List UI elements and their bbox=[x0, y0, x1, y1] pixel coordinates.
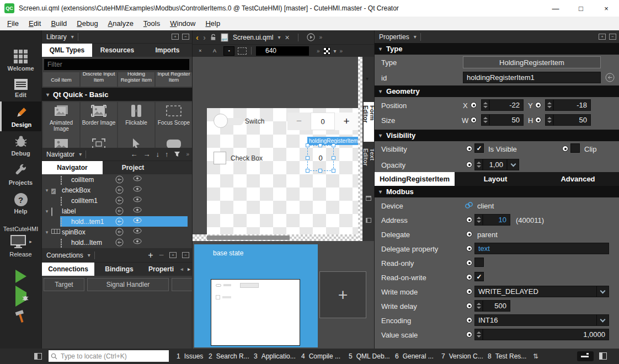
tree-row-coilitem1[interactable]: coilItem1 bbox=[42, 195, 193, 206]
write-mode-binding-dot[interactable] bbox=[466, 288, 472, 295]
output-pane-application[interactable]: 3Applicatio... bbox=[254, 349, 296, 364]
library-item-border-image[interactable]: Border Image bbox=[81, 102, 117, 135]
menu-build[interactable]: Build bbox=[46, 19, 72, 28]
address-value[interactable]: 10 bbox=[483, 214, 510, 226]
visibility-eye-icon[interactable] bbox=[133, 238, 142, 244]
mode-debug[interactable]: Debug bbox=[0, 131, 41, 160]
library-item-image[interactable] bbox=[43, 135, 79, 148]
w-value[interactable]: 50 bbox=[489, 114, 524, 126]
y-stepper[interactable] bbox=[545, 99, 553, 111]
filter-icon[interactable] bbox=[174, 151, 180, 157]
device-value[interactable]: client bbox=[477, 202, 494, 210]
back-icon[interactable]: ‹ bbox=[196, 33, 199, 42]
w-binding-dot[interactable] bbox=[471, 117, 477, 123]
document-dropdown-icon[interactable]: ▾ bbox=[278, 34, 280, 40]
swatch-dropdown-icon[interactable]: ▾ bbox=[334, 48, 337, 54]
y-binding-dot[interactable] bbox=[535, 102, 541, 108]
kit-selector[interactable]: ▸ bbox=[0, 234, 41, 249]
expander-icon[interactable]: ▾ bbox=[44, 208, 50, 214]
resize-handle[interactable] bbox=[332, 143, 335, 147]
tab-connections[interactable]: Connections bbox=[42, 263, 94, 276]
resize-handle[interactable] bbox=[318, 169, 322, 173]
section-type[interactable]: ▾ Type bbox=[375, 43, 619, 55]
background-color-swatch[interactable] bbox=[323, 47, 330, 55]
lock-icon[interactable] bbox=[210, 34, 216, 41]
value-scale-value[interactable]: 1,0000 bbox=[483, 329, 609, 340]
move-up-icon[interactable]: ↑ bbox=[165, 150, 169, 158]
is-visible-checkbox[interactable]: ✓ bbox=[474, 143, 484, 153]
delegate-property-input[interactable]: text bbox=[474, 243, 609, 254]
run-debug-button[interactable] bbox=[15, 292, 26, 300]
base-state-card[interactable]: base state bbox=[194, 244, 318, 347]
section-modbus[interactable]: ▾ Modbus bbox=[375, 186, 619, 197]
tab-imports[interactable]: Imports bbox=[142, 44, 193, 57]
output-pane-issues[interactable]: 1Issues bbox=[177, 349, 203, 364]
split-panel-icon[interactable]: + bbox=[172, 34, 179, 40]
split-editor-icon[interactable] bbox=[366, 196, 371, 201]
output-pane-version-control[interactable]: 7Version C... bbox=[441, 349, 483, 364]
library-item-focus-scope[interactable]: Focus Scope bbox=[156, 102, 192, 135]
minimize-button[interactable]: — bbox=[543, 0, 568, 17]
toggle-right-sidebar-icon[interactable] bbox=[599, 352, 607, 360]
expander-icon[interactable]: ▾ bbox=[44, 188, 50, 193]
remove-connection-icon[interactable]: − bbox=[159, 250, 164, 260]
scrollbar-thumb[interactable] bbox=[207, 235, 290, 240]
menu-window[interactable]: Window bbox=[165, 19, 200, 28]
tab-qml-types[interactable]: QML Types bbox=[42, 44, 92, 57]
tree-row-holdingregisteritem1-selected[interactable]: hold...tem1 bbox=[42, 216, 193, 227]
menu-help[interactable]: Help bbox=[200, 19, 225, 28]
clip-checkbox[interactable] bbox=[570, 143, 580, 153]
library-panel-caret-icon[interactable]: ▾ bbox=[71, 34, 74, 40]
output-pane-selector-icon[interactable]: ⇅ bbox=[533, 349, 538, 364]
tab-bindings[interactable]: Bindings bbox=[94, 263, 144, 276]
encoding-binding-dot[interactable] bbox=[466, 317, 472, 323]
toggle-left-sidebar-icon[interactable] bbox=[34, 353, 42, 360]
add-connection-icon[interactable]: + bbox=[148, 250, 153, 260]
library-item-flickable[interactable]: Flickable bbox=[118, 102, 154, 135]
root-width-input[interactable] bbox=[256, 46, 309, 56]
library-item-discrete-input-item[interactable]: Discrete InputItem bbox=[81, 72, 117, 87]
clip-binding-dot[interactable] bbox=[562, 146, 568, 152]
export-alias-icon[interactable] bbox=[115, 238, 124, 247]
address-stepper[interactable] bbox=[474, 214, 483, 226]
switch-knob[interactable] bbox=[214, 114, 228, 128]
move-right-icon[interactable]: → bbox=[143, 150, 150, 158]
toolbar-overflow-icon[interactable]: » bbox=[317, 48, 320, 54]
split-panel-icon[interactable]: + bbox=[169, 252, 177, 258]
w-stepper[interactable] bbox=[481, 114, 489, 126]
menu-tools[interactable]: Tools bbox=[138, 19, 165, 28]
tree-row-coilitem[interactable]: coilItem bbox=[42, 174, 193, 185]
toolbar-overflow2-icon[interactable]: » bbox=[340, 48, 343, 54]
split-panel-icon[interactable]: + bbox=[599, 34, 606, 40]
delegate-binding-dot[interactable] bbox=[466, 231, 472, 237]
snapping-anchors-icon[interactable]: A bbox=[209, 46, 220, 56]
library-section-qtquick-basic[interactable]: ▾ Qt Quick - Basic bbox=[42, 88, 193, 101]
x-binding-dot[interactable] bbox=[471, 102, 477, 108]
delegate-property-binding-dot[interactable] bbox=[466, 245, 472, 251]
close-panel-icon[interactable]: − bbox=[609, 34, 616, 40]
form-editor-canvas[interactable]: Switch − 0 + holdingRegisterItem1 0 bbox=[193, 57, 358, 234]
close-button[interactable]: × bbox=[594, 0, 619, 17]
menu-debug[interactable]: Debug bbox=[72, 19, 103, 28]
tree-row-checkbox[interactable]: ▾ ✓ checkBox bbox=[42, 185, 193, 195]
close-panel-icon[interactable]: − bbox=[182, 34, 189, 40]
h-stepper[interactable] bbox=[545, 114, 553, 126]
h-binding-dot[interactable] bbox=[535, 117, 541, 123]
export-alias-icon[interactable] bbox=[115, 217, 124, 226]
opacity-value[interactable]: 1,00 bbox=[483, 159, 507, 170]
section-geometry[interactable]: ▾ Geometry bbox=[375, 85, 619, 97]
value-scale-stepper[interactable] bbox=[474, 329, 483, 340]
address-binding-dot[interactable] bbox=[466, 217, 472, 223]
tab-navigator[interactable]: Navigator bbox=[42, 161, 103, 174]
x-stepper[interactable] bbox=[481, 99, 489, 111]
live-preview-icon[interactable] bbox=[307, 33, 315, 41]
output-pane-qml-debugger[interactable]: 5QML Deb... bbox=[349, 349, 390, 364]
resize-handle[interactable] bbox=[306, 143, 309, 147]
tree-row-label[interactable]: ▾ label bbox=[42, 206, 193, 216]
library-item-holding-register-item[interactable]: HoldingRegister Item bbox=[118, 72, 154, 87]
output-pane-search[interactable]: 2Search R... bbox=[209, 349, 249, 364]
tab-project[interactable]: Project bbox=[103, 161, 163, 174]
canvas-horizontal-scrollbar[interactable] bbox=[193, 234, 358, 241]
resize-handle[interactable] bbox=[318, 143, 322, 147]
read-only-binding-dot[interactable] bbox=[466, 260, 472, 266]
